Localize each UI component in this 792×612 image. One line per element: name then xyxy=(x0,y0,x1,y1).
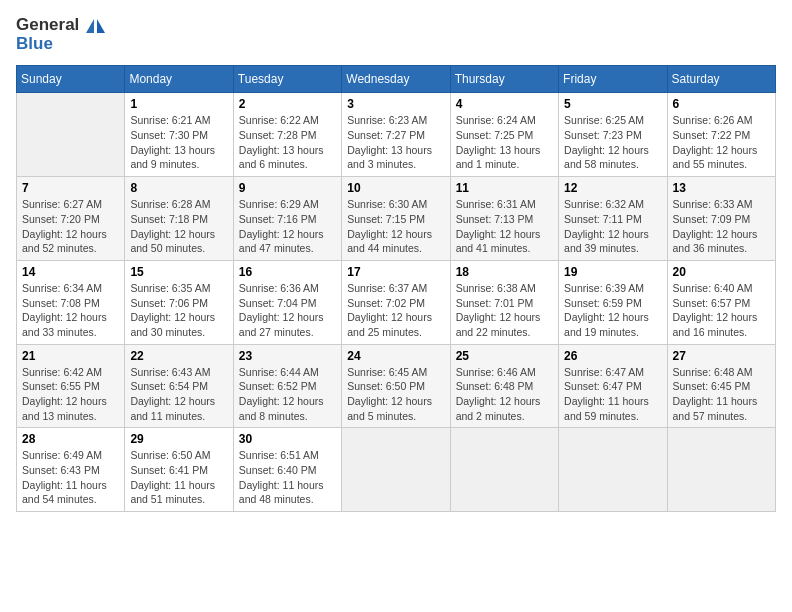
day-info: Sunrise: 6:51 AMSunset: 6:40 PMDaylight:… xyxy=(239,448,336,507)
day-number: 14 xyxy=(22,265,119,279)
day-info: Sunrise: 6:32 AMSunset: 7:11 PMDaylight:… xyxy=(564,197,661,256)
day-number: 29 xyxy=(130,432,227,446)
weekday-header-friday: Friday xyxy=(559,66,667,93)
calendar-cell: 29Sunrise: 6:50 AMSunset: 6:41 PMDayligh… xyxy=(125,428,233,512)
day-number: 13 xyxy=(673,181,770,195)
calendar-cell: 3Sunrise: 6:23 AMSunset: 7:27 PMDaylight… xyxy=(342,93,450,177)
logo-text: General Blue xyxy=(16,16,105,53)
calendar-cell: 19Sunrise: 6:39 AMSunset: 6:59 PMDayligh… xyxy=(559,260,667,344)
day-number: 15 xyxy=(130,265,227,279)
calendar-cell: 7Sunrise: 6:27 AMSunset: 7:20 PMDaylight… xyxy=(17,177,125,261)
weekday-header-thursday: Thursday xyxy=(450,66,558,93)
calendar-cell: 10Sunrise: 6:30 AMSunset: 7:15 PMDayligh… xyxy=(342,177,450,261)
day-info: Sunrise: 6:33 AMSunset: 7:09 PMDaylight:… xyxy=(673,197,770,256)
day-info: Sunrise: 6:21 AMSunset: 7:30 PMDaylight:… xyxy=(130,113,227,172)
day-number: 21 xyxy=(22,349,119,363)
day-number: 5 xyxy=(564,97,661,111)
calendar-cell: 24Sunrise: 6:45 AMSunset: 6:50 PMDayligh… xyxy=(342,344,450,428)
day-number: 12 xyxy=(564,181,661,195)
day-number: 30 xyxy=(239,432,336,446)
day-number: 22 xyxy=(130,349,227,363)
day-info: Sunrise: 6:43 AMSunset: 6:54 PMDaylight:… xyxy=(130,365,227,424)
day-number: 2 xyxy=(239,97,336,111)
calendar-cell: 27Sunrise: 6:48 AMSunset: 6:45 PMDayligh… xyxy=(667,344,775,428)
day-number: 4 xyxy=(456,97,553,111)
calendar-cell: 14Sunrise: 6:34 AMSunset: 7:08 PMDayligh… xyxy=(17,260,125,344)
calendar-cell xyxy=(450,428,558,512)
calendar-cell: 5Sunrise: 6:25 AMSunset: 7:23 PMDaylight… xyxy=(559,93,667,177)
day-number: 24 xyxy=(347,349,444,363)
calendar-cell: 6Sunrise: 6:26 AMSunset: 7:22 PMDaylight… xyxy=(667,93,775,177)
day-number: 27 xyxy=(673,349,770,363)
day-number: 16 xyxy=(239,265,336,279)
day-info: Sunrise: 6:45 AMSunset: 6:50 PMDaylight:… xyxy=(347,365,444,424)
page-header: General Blue xyxy=(16,16,776,53)
calendar-cell: 12Sunrise: 6:32 AMSunset: 7:11 PMDayligh… xyxy=(559,177,667,261)
day-number: 25 xyxy=(456,349,553,363)
calendar-cell xyxy=(342,428,450,512)
calendar-cell: 15Sunrise: 6:35 AMSunset: 7:06 PMDayligh… xyxy=(125,260,233,344)
day-info: Sunrise: 6:28 AMSunset: 7:18 PMDaylight:… xyxy=(130,197,227,256)
calendar-cell: 13Sunrise: 6:33 AMSunset: 7:09 PMDayligh… xyxy=(667,177,775,261)
day-number: 26 xyxy=(564,349,661,363)
calendar-cell: 4Sunrise: 6:24 AMSunset: 7:25 PMDaylight… xyxy=(450,93,558,177)
day-info: Sunrise: 6:34 AMSunset: 7:08 PMDaylight:… xyxy=(22,281,119,340)
weekday-header-sunday: Sunday xyxy=(17,66,125,93)
calendar-cell: 25Sunrise: 6:46 AMSunset: 6:48 PMDayligh… xyxy=(450,344,558,428)
calendar-cell: 20Sunrise: 6:40 AMSunset: 6:57 PMDayligh… xyxy=(667,260,775,344)
day-info: Sunrise: 6:49 AMSunset: 6:43 PMDaylight:… xyxy=(22,448,119,507)
logo: General Blue xyxy=(16,16,105,53)
day-info: Sunrise: 6:47 AMSunset: 6:47 PMDaylight:… xyxy=(564,365,661,424)
calendar-cell: 11Sunrise: 6:31 AMSunset: 7:13 PMDayligh… xyxy=(450,177,558,261)
weekday-header-row: SundayMondayTuesdayWednesdayThursdayFrid… xyxy=(17,66,776,93)
calendar-cell xyxy=(667,428,775,512)
day-info: Sunrise: 6:30 AMSunset: 7:15 PMDaylight:… xyxy=(347,197,444,256)
day-info: Sunrise: 6:24 AMSunset: 7:25 PMDaylight:… xyxy=(456,113,553,172)
day-info: Sunrise: 6:37 AMSunset: 7:02 PMDaylight:… xyxy=(347,281,444,340)
day-number: 17 xyxy=(347,265,444,279)
day-number: 9 xyxy=(239,181,336,195)
day-number: 7 xyxy=(22,181,119,195)
day-number: 19 xyxy=(564,265,661,279)
calendar-cell xyxy=(17,93,125,177)
calendar-cell: 23Sunrise: 6:44 AMSunset: 6:52 PMDayligh… xyxy=(233,344,341,428)
day-info: Sunrise: 6:36 AMSunset: 7:04 PMDaylight:… xyxy=(239,281,336,340)
calendar-cell: 1Sunrise: 6:21 AMSunset: 7:30 PMDaylight… xyxy=(125,93,233,177)
weekday-header-saturday: Saturday xyxy=(667,66,775,93)
day-info: Sunrise: 6:23 AMSunset: 7:27 PMDaylight:… xyxy=(347,113,444,172)
day-number: 28 xyxy=(22,432,119,446)
day-info: Sunrise: 6:25 AMSunset: 7:23 PMDaylight:… xyxy=(564,113,661,172)
calendar-week-3: 14Sunrise: 6:34 AMSunset: 7:08 PMDayligh… xyxy=(17,260,776,344)
calendar-cell: 8Sunrise: 6:28 AMSunset: 7:18 PMDaylight… xyxy=(125,177,233,261)
weekday-header-tuesday: Tuesday xyxy=(233,66,341,93)
day-number: 3 xyxy=(347,97,444,111)
weekday-header-monday: Monday xyxy=(125,66,233,93)
calendar-cell xyxy=(559,428,667,512)
day-number: 20 xyxy=(673,265,770,279)
calendar-cell: 2Sunrise: 6:22 AMSunset: 7:28 PMDaylight… xyxy=(233,93,341,177)
day-number: 10 xyxy=(347,181,444,195)
day-info: Sunrise: 6:35 AMSunset: 7:06 PMDaylight:… xyxy=(130,281,227,340)
calendar-week-2: 7Sunrise: 6:27 AMSunset: 7:20 PMDaylight… xyxy=(17,177,776,261)
calendar-cell: 17Sunrise: 6:37 AMSunset: 7:02 PMDayligh… xyxy=(342,260,450,344)
day-info: Sunrise: 6:29 AMSunset: 7:16 PMDaylight:… xyxy=(239,197,336,256)
calendar-week-4: 21Sunrise: 6:42 AMSunset: 6:55 PMDayligh… xyxy=(17,344,776,428)
day-info: Sunrise: 6:46 AMSunset: 6:48 PMDaylight:… xyxy=(456,365,553,424)
day-info: Sunrise: 6:26 AMSunset: 7:22 PMDaylight:… xyxy=(673,113,770,172)
day-info: Sunrise: 6:48 AMSunset: 6:45 PMDaylight:… xyxy=(673,365,770,424)
day-info: Sunrise: 6:42 AMSunset: 6:55 PMDaylight:… xyxy=(22,365,119,424)
day-number: 23 xyxy=(239,349,336,363)
day-number: 11 xyxy=(456,181,553,195)
day-info: Sunrise: 6:27 AMSunset: 7:20 PMDaylight:… xyxy=(22,197,119,256)
calendar-week-1: 1Sunrise: 6:21 AMSunset: 7:30 PMDaylight… xyxy=(17,93,776,177)
day-info: Sunrise: 6:38 AMSunset: 7:01 PMDaylight:… xyxy=(456,281,553,340)
calendar-cell: 30Sunrise: 6:51 AMSunset: 6:40 PMDayligh… xyxy=(233,428,341,512)
calendar-cell: 28Sunrise: 6:49 AMSunset: 6:43 PMDayligh… xyxy=(17,428,125,512)
day-info: Sunrise: 6:31 AMSunset: 7:13 PMDaylight:… xyxy=(456,197,553,256)
day-info: Sunrise: 6:50 AMSunset: 6:41 PMDaylight:… xyxy=(130,448,227,507)
day-number: 18 xyxy=(456,265,553,279)
calendar-cell: 18Sunrise: 6:38 AMSunset: 7:01 PMDayligh… xyxy=(450,260,558,344)
day-info: Sunrise: 6:39 AMSunset: 6:59 PMDaylight:… xyxy=(564,281,661,340)
day-info: Sunrise: 6:44 AMSunset: 6:52 PMDaylight:… xyxy=(239,365,336,424)
calendar-cell: 16Sunrise: 6:36 AMSunset: 7:04 PMDayligh… xyxy=(233,260,341,344)
